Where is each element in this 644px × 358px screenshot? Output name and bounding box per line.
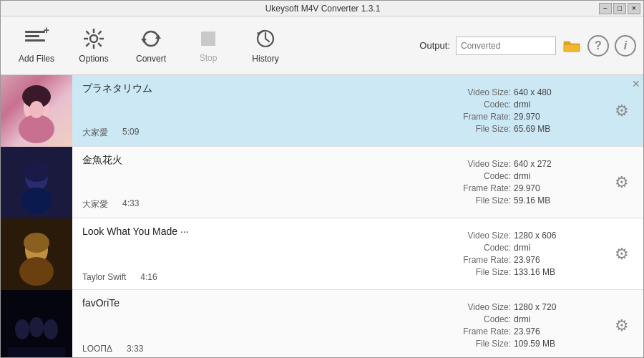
info-button[interactable]: i <box>615 35 636 57</box>
detail-file-size: File Size: 59.16 MB <box>450 195 593 205</box>
options-icon <box>83 28 104 49</box>
svg-line-5 <box>86 31 89 34</box>
svg-point-29 <box>29 317 44 337</box>
file-title: Look What You Made ··· <box>82 226 433 237</box>
file-list: プラネタリウム 大家愛 5:09 Video Size: 640 x 480 C… <box>1 75 643 358</box>
detail-frame-rate: Frame Rate: 23.976 <box>450 326 593 337</box>
window-title: Ukeysoft M4V Converter 1.3.1 <box>47 4 599 14</box>
detail-frame-rate: Frame Rate: 23.976 <box>450 255 593 265</box>
file-details: Video Size: 640 x 272 Codec: drmi Frame … <box>443 147 600 218</box>
table-row[interactable]: プラネタリウム 大家愛 5:09 Video Size: 640 x 480 C… <box>1 75 643 147</box>
history-label: History <box>252 54 278 64</box>
history-icon <box>255 28 276 49</box>
options-label: Options <box>79 54 108 64</box>
file-meta: 大家愛 4:33 <box>82 198 433 211</box>
title-bar: Ukeysoft M4V Converter 1.3.1 − □ × <box>1 1 643 16</box>
file-duration: 4:33 <box>122 198 139 211</box>
file-artist: Taylor Swift <box>82 272 126 282</box>
file-actions: ⚙ <box>600 290 643 358</box>
file-info: Look What You Made ··· Taylor Swift 4:16 <box>72 218 443 289</box>
thumbnail <box>1 290 72 358</box>
file-actions: ⚙ <box>600 218 643 289</box>
convert-label: Convert <box>136 54 166 64</box>
history-button[interactable]: History <box>237 17 294 74</box>
convert-button[interactable]: Convert <box>122 17 180 74</box>
output-area: Output: ? i <box>419 35 636 57</box>
file-info: favOriTe LOOΠΔ 3:33 <box>72 290 443 358</box>
stop-label: Stop <box>200 53 218 63</box>
svg-point-0 <box>90 35 97 42</box>
svg-line-8 <box>86 43 89 46</box>
file-meta: 大家愛 5:09 <box>82 127 433 139</box>
file-info: 金魚花火 大家愛 4:33 <box>72 147 443 218</box>
file-artist: LOOΠΔ <box>82 344 112 354</box>
file-title: favOriTe <box>82 297 433 309</box>
svg-line-7 <box>98 31 101 34</box>
stop-icon <box>198 29 218 49</box>
table-row[interactable]: 金魚花火 大家愛 4:33 Video Size: 640 x 272 Code… <box>1 147 643 218</box>
file-details: Video Size: 640 x 480 Codec: drmi Frame … <box>443 75 600 146</box>
svg-point-22 <box>21 188 52 213</box>
close-row-button[interactable]: ✕ <box>632 78 640 90</box>
thumbnail <box>1 218 72 290</box>
svg-point-26 <box>19 257 54 286</box>
close-button[interactable]: × <box>628 3 640 14</box>
settings-button[interactable]: ⚙ <box>615 316 629 335</box>
table-row[interactable]: Look What You Made ··· Taylor Swift 4:16… <box>1 218 643 290</box>
minimize-button[interactable]: − <box>599 3 612 14</box>
detail-video-size: Video Size: 640 x 480 <box>450 87 593 97</box>
detail-codec: Codec: drmi <box>450 171 593 181</box>
detail-codec: Codec: drmi <box>450 100 593 110</box>
svg-point-25 <box>24 233 49 253</box>
file-details: Video Size: 1280 x 720 Codec: drmi Frame… <box>443 290 600 358</box>
detail-file-size: File Size: 109.59 MB <box>450 339 593 349</box>
svg-line-6 <box>98 43 101 46</box>
settings-button[interactable]: ⚙ <box>615 102 629 120</box>
detail-video-size: Video Size: 1280 x 720 <box>450 302 593 312</box>
svg-rect-14 <box>564 44 580 52</box>
convert-icon <box>140 28 162 49</box>
file-duration: 4:16 <box>140 272 157 282</box>
detail-video-size: Video Size: 1280 x 606 <box>450 231 593 241</box>
svg-point-17 <box>19 115 54 143</box>
toolbar: + Add Files Options <box>1 16 643 75</box>
file-artist: 大家愛 <box>82 198 108 211</box>
svg-point-30 <box>44 319 58 339</box>
file-duration: 3:33 <box>127 344 143 354</box>
window-controls[interactable]: − □ × <box>599 3 640 14</box>
file-title: プラネタリウム <box>82 82 433 95</box>
file-duration: 5:09 <box>122 127 139 139</box>
add-files-button[interactable]: + Add Files <box>8 17 65 74</box>
thumbnail <box>1 75 72 147</box>
add-files-label: Add Files <box>19 54 54 64</box>
file-title: 金魚花火 <box>82 154 433 167</box>
file-actions: ⚙ <box>600 147 643 218</box>
options-button[interactable]: Options <box>65 17 122 74</box>
output-input[interactable] <box>456 37 556 55</box>
svg-point-21 <box>24 162 49 182</box>
svg-rect-31 <box>8 347 65 358</box>
svg-point-28 <box>15 319 29 339</box>
help-button[interactable]: ? <box>587 35 609 57</box>
detail-codec: Codec: drmi <box>450 314 593 324</box>
detail-codec: Codec: drmi <box>450 243 593 253</box>
output-label: Output: <box>419 40 450 51</box>
file-meta: Taylor Swift 4:16 <box>82 272 433 282</box>
maximize-button[interactable]: □ <box>613 3 626 14</box>
file-info: プラネタリウム 大家愛 5:09 <box>72 75 443 146</box>
svg-rect-11 <box>201 32 215 46</box>
folder-button[interactable] <box>562 36 582 56</box>
settings-button[interactable]: ⚙ <box>615 173 629 192</box>
thumbnail <box>1 147 72 218</box>
table-row[interactable]: favOriTe LOOΠΔ 3:33 Video Size: 1280 x 7… <box>1 290 643 358</box>
detail-frame-rate: Frame Rate: 29.970 <box>450 112 593 122</box>
file-meta: LOOΠΔ 3:33 <box>82 344 433 354</box>
add-files-icon: + <box>25 28 48 49</box>
file-details: Video Size: 1280 x 606 Codec: drmi Frame… <box>443 218 600 289</box>
detail-file-size: File Size: 133.16 MB <box>450 267 593 277</box>
settings-button[interactable]: ⚙ <box>615 245 629 263</box>
detail-frame-rate: Frame Rate: 29.970 <box>450 183 593 193</box>
svg-point-18 <box>29 101 44 118</box>
detail-video-size: Video Size: 640 x 272 <box>450 159 593 169</box>
stop-button[interactable]: Stop <box>180 17 237 74</box>
